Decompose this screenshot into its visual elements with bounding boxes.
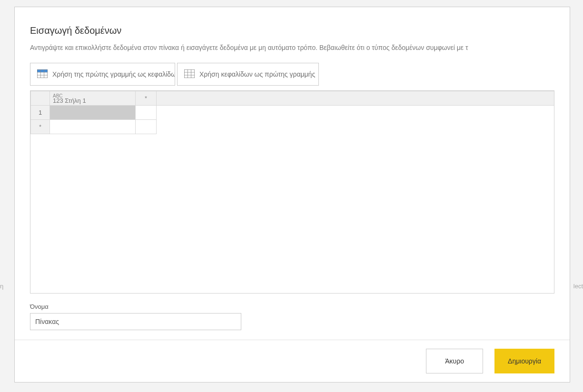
row-header-1[interactable]: 1 — [31, 106, 50, 120]
use-headers-as-first-row-button[interactable]: Χρήση κεφαλίδων ως πρώτης γραμμής — [177, 63, 319, 86]
use-first-row-as-headers-button[interactable]: Χρήση της πρώτης γραμμής ως κεφαλίδων — [30, 63, 175, 86]
table-name-section: Όνομα — [30, 303, 554, 330]
toolbar: Χρήση της πρώτης γραμμής ως κεφαλίδων Χρ… — [30, 63, 554, 86]
add-row-button[interactable]: * — [31, 120, 50, 134]
background-text-left: η — [0, 283, 3, 290]
dialog-footer: Άκυρο Δημιουργία — [15, 340, 570, 382]
add-column-button[interactable]: * — [136, 91, 157, 106]
dialog-title: Εισαγωγή δεδομένων — [30, 25, 554, 36]
grid-corner — [31, 91, 50, 106]
grid-cell-empty — [136, 106, 157, 120]
svg-rect-6 — [184, 69, 195, 78]
table-name-input[interactable] — [30, 313, 241, 330]
grid-filler — [157, 91, 554, 106]
cancel-button[interactable]: Άκυρο — [426, 349, 483, 373]
column-header-1[interactable]: ABC 123 Στήλη 1 — [50, 91, 136, 106]
toolbar-button-label: Χρήση της πρώτης γραμμής ως κεφαλίδων — [52, 70, 175, 78]
grid-cell-r1-c1[interactable] — [50, 106, 136, 120]
name-label: Όνομα — [30, 303, 554, 310]
data-grid: ABC 123 Στήλη 1 * 1 * — [30, 90, 554, 294]
svg-rect-0 — [37, 69, 48, 72]
grid-cell-empty — [50, 120, 136, 134]
dialog-subtitle: Αντιγράψτε και επικολλήστε δεδομένα στον… — [30, 44, 554, 51]
grid-cell-empty — [136, 120, 157, 134]
column-name: 123 Στήλη 1 — [53, 98, 132, 104]
create-button[interactable]: Δημιουργία — [494, 349, 554, 373]
enter-data-dialog: Εισαγωγή δεδομένων Αντιγράψτε και επικολ… — [14, 7, 570, 382]
toolbar-button-label: Χρήση κεφαλίδων ως πρώτης γραμμής — [199, 70, 315, 78]
background-text-right: lect — [573, 283, 583, 290]
table-no-header-icon — [184, 69, 195, 79]
table-header-icon — [37, 69, 48, 79]
dialog-body: Εισαγωγή δεδομένων Αντιγράψτε και επικολ… — [15, 7, 570, 340]
